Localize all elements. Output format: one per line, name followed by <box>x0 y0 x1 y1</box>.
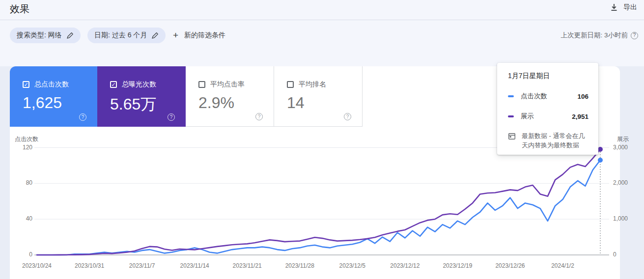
y-axis-tick-label-right: 1,000 <box>613 215 628 222</box>
tooltip-note-text: 最新数据 - 通常会在几天内替换为最终数据 <box>522 131 588 150</box>
x-axis-tick-label: 2023/12/5 <box>339 262 365 269</box>
x-axis-tick-label: 2023/11/28 <box>285 262 314 269</box>
help-icon[interactable]: ? <box>631 32 638 39</box>
y-axis-tick-label-left: 80 <box>10 179 32 186</box>
help-icon[interactable]: ? <box>79 113 86 121</box>
clicks-hover-dot <box>598 158 603 163</box>
impressions-swatch-icon <box>508 115 514 117</box>
page-title: 效果 <box>10 2 29 16</box>
filter-chip-date-range-label: 日期: 过去 6 个月 <box>94 31 147 40</box>
help-icon[interactable]: ? <box>168 113 175 121</box>
x-axis-tick-label: 2023/10/24 <box>22 262 52 269</box>
metric-value: 2.9% <box>186 89 274 112</box>
x-axis-tick-label: 2023/12/12 <box>390 262 420 269</box>
metric-tile-average-ctr[interactable]: 平均点击率 2.9% ? <box>186 66 274 127</box>
edit-pencil-icon[interactable] <box>66 32 74 39</box>
calendar-icon <box>508 132 516 140</box>
x-axis-tick-label: 2023/11/14 <box>180 262 209 269</box>
metric-tile-average-position[interactable]: 平均排名 14 ? <box>274 66 363 127</box>
help-icon[interactable]: ? <box>255 113 263 120</box>
metric-label: 平均排名 <box>299 80 326 89</box>
y-axis-tick-label-left: 0 <box>10 251 32 258</box>
y-axis-tick-label-right: 2,000 <box>613 179 628 186</box>
tooltip-date-title: 1月7日星期日 <box>508 72 588 81</box>
x-axis-tick-label: 2023/12/19 <box>443 262 472 269</box>
tooltip-row-value: 2,951 <box>572 113 588 120</box>
clicks-line <box>37 160 600 255</box>
new-filter-label: 新的筛选条件 <box>184 31 225 40</box>
new-filter-button[interactable]: + 新的筛选条件 <box>173 28 225 43</box>
clicks-swatch-icon <box>508 95 514 97</box>
checkbox-unchecked-icon[interactable] <box>198 81 205 88</box>
chart-tooltip: 1月7日星期日 点击次数 106 展示 2,951 最新数据 - 通常会在几天内… <box>497 63 598 155</box>
metric-label: 总点击次数 <box>34 80 69 89</box>
impressions-line <box>37 149 600 255</box>
tooltip-row-label: 点击次数 <box>521 92 547 101</box>
metric-tile-total-impressions[interactable]: ✓ 总曝光次数 5.65万 ? <box>97 66 186 127</box>
y-axis-tick-label-left: 40 <box>10 215 32 222</box>
last-updated-text: 上次更新日期: 3小时前 <box>560 31 628 40</box>
tooltip-row-label: 展示 <box>521 112 534 121</box>
x-axis-tick-label: 2024/1/2 <box>551 262 574 269</box>
x-axis-tick-label: 2023/12/26 <box>495 262 525 269</box>
export-button[interactable]: 导出 <box>610 3 637 12</box>
checkbox-checked-icon[interactable]: ✓ <box>110 81 117 88</box>
filter-chip-search-type[interactable]: 搜索类型: 网络 <box>10 28 81 43</box>
help-icon[interactable]: ? <box>344 113 351 120</box>
impressions-hover-dot <box>598 147 603 152</box>
tooltip-row-impressions: 展示 2,951 <box>508 112 588 121</box>
y-axis-tick-label-left: 120 <box>10 144 32 151</box>
metric-tile-total-clicks[interactable]: ✓ 总点击次数 1,625 ? <box>10 66 97 127</box>
x-axis-tick-label: 2023/10/31 <box>75 262 104 269</box>
metric-label: 总曝光次数 <box>122 80 156 89</box>
plus-icon: + <box>173 30 178 41</box>
checkbox-checked-icon[interactable]: ✓ <box>23 81 29 88</box>
metric-value: 1,625 <box>10 89 97 112</box>
filter-chip-search-type-label: 搜索类型: 网络 <box>17 31 62 40</box>
header-divider <box>0 20 644 20</box>
tooltip-freshness-note: 最新数据 - 通常会在几天内替换为最终数据 <box>508 131 588 150</box>
edit-pencil-icon[interactable] <box>151 32 159 39</box>
export-label: 导出 <box>623 3 637 12</box>
tooltip-row-value: 106 <box>577 93 588 100</box>
tooltip-row-clicks: 点击次数 106 <box>508 92 588 101</box>
x-axis-tick-label: 2023/11/21 <box>233 262 262 269</box>
filter-chip-date-range[interactable]: 日期: 过去 6 个月 <box>87 28 166 43</box>
last-updated-status: 上次更新日期: 3小时前 ? <box>560 31 638 40</box>
download-icon <box>610 3 618 12</box>
x-axis-tick-label: 2023/11/7 <box>129 262 155 269</box>
y-axis-tick-label-right: 0 <box>613 251 616 258</box>
y-axis-tick-label-right: 3,000 <box>613 144 628 151</box>
checkbox-unchecked-icon[interactable] <box>287 81 294 88</box>
metric-value: 5.65万 <box>97 89 186 115</box>
metric-value: 14 <box>274 89 362 112</box>
metric-label: 平均点击率 <box>210 80 245 89</box>
